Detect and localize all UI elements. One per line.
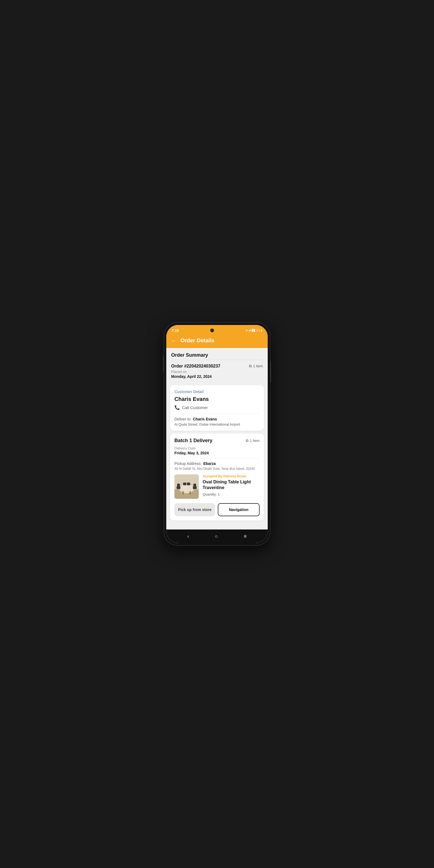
pickup-name: Ebarza	[203, 461, 216, 466]
order-summary-label: Order Summary	[166, 348, 268, 360]
svg-rect-9	[193, 484, 196, 487]
deliver-to-name: Charis Evans	[193, 417, 217, 421]
batch-item-badge: ⧉ 1 Item	[246, 438, 259, 443]
deliver-to-row: Deliver to: Charis Evans	[175, 417, 259, 421]
battery-icon: ▮	[261, 329, 262, 332]
pickup-row: Pickup Address: Ebarza	[175, 461, 259, 466]
batch-title: Batch 1 Delivery	[175, 438, 212, 443]
customer-name: Charis Evans	[175, 396, 259, 402]
signal-icon: ▊▊	[252, 329, 255, 332]
svg-point-3	[179, 484, 194, 493]
bottom-spacer	[166, 523, 268, 529]
status-icons: ⊕ ◉ ▊▊ ((·)) ▮	[246, 329, 262, 332]
order-number: Order #22042024030237	[171, 364, 220, 369]
bluetooth-icon: ⊕	[246, 329, 248, 332]
copy-icon: ⧉	[249, 364, 252, 368]
product-row: Accepted By Delivery Driver Oval Dining …	[175, 474, 259, 499]
svg-rect-4	[183, 491, 184, 495]
product-info: Accepted By Delivery Driver Oval Dining …	[203, 474, 259, 499]
nav-back-button[interactable]: ‹	[187, 533, 189, 539]
status-bar: 7:19 ⊕ ◉ ▊▊ ((·)) ▮	[166, 325, 268, 335]
bottom-nav-bar: ‹ ○ ≡	[166, 529, 268, 543]
customer-detail-card: Customer Detail Charis Evans 📞 Call Cust…	[170, 385, 264, 431]
nav-home-button[interactable]: ○	[215, 533, 218, 539]
batch-delivery-card: Batch 1 Delivery ⧉ 1 Item Delivery Date …	[170, 433, 264, 521]
status-time: 7:19	[172, 329, 179, 333]
placed-on-date: Monday, April 22, 2024	[171, 374, 220, 379]
phone-icon: 📞	[175, 405, 180, 410]
phone-screen: 7:19 ⊕ ◉ ▊▊ ((·)) ▮ ← Order Details Orde…	[166, 325, 268, 543]
order-item-badge: ⧉ 1 Item	[249, 364, 263, 368]
svg-rect-10	[183, 483, 186, 485]
pickup-from-store-button[interactable]: Pick up from store	[175, 503, 215, 516]
nav-menu-button[interactable]: ≡	[244, 533, 247, 539]
location-icon: ◉	[249, 329, 251, 332]
product-image	[175, 474, 199, 499]
deliver-to-label: Deliver to:	[175, 417, 191, 421]
wifi-icon: ((·))	[256, 329, 260, 332]
product-image-svg	[175, 474, 199, 499]
back-button[interactable]: ←	[171, 338, 177, 343]
delivery-date-label: Delivery Date	[175, 446, 259, 450]
batch-item-count: 1 Item	[250, 439, 259, 443]
product-quantity: Quantity: 1	[203, 492, 259, 496]
svg-rect-7	[177, 484, 180, 487]
order-left: Order #22042024030237 Placed on Monday, …	[171, 364, 220, 379]
order-item-count: 1 Item	[253, 364, 263, 368]
batch-divider	[175, 458, 259, 459]
svg-rect-11	[187, 483, 190, 485]
svg-point-12	[182, 486, 187, 489]
phone-frame: 7:19 ⊕ ◉ ▊▊ ((·)) ▮ ← Order Details Orde…	[164, 323, 270, 545]
copy-icon-2: ⧉	[246, 438, 248, 443]
svg-rect-5	[190, 491, 191, 495]
call-customer-label: Call Customer	[182, 405, 208, 410]
placed-on-label: Placed on	[171, 370, 220, 374]
action-buttons: Pick up from store Navigation	[175, 503, 259, 516]
pickup-label: Pickup Address:	[175, 461, 202, 466]
delivery-date-value: Friday, May 3, 2024	[175, 451, 259, 455]
pickup-address: 46 Al Dafafi St, Abu Dhabi Gate, Near Bu…	[175, 467, 259, 471]
customer-section-title: Customer Detail	[175, 390, 259, 394]
batch-header-row: Batch 1 Delivery ⧉ 1 Item	[175, 438, 259, 443]
front-camera-icon	[210, 329, 214, 332]
page-title: Order Details	[180, 337, 215, 344]
deliver-address: Al Quds Street, Dubai International Airp…	[175, 422, 259, 426]
call-customer-row[interactable]: 📞 Call Customer	[175, 405, 259, 414]
order-info-row: Order #22042024030237 Placed on Monday, …	[166, 360, 268, 382]
app-header: ← Order Details	[166, 335, 268, 348]
product-name: Oval Dining Table Light Traventine	[203, 479, 259, 491]
accepted-label: Accepted By Delivery Driver	[203, 474, 259, 478]
scroll-content: Order Summary Order #22042024030237 Plac…	[166, 348, 268, 529]
navigation-button[interactable]: Navigation	[218, 503, 259, 516]
